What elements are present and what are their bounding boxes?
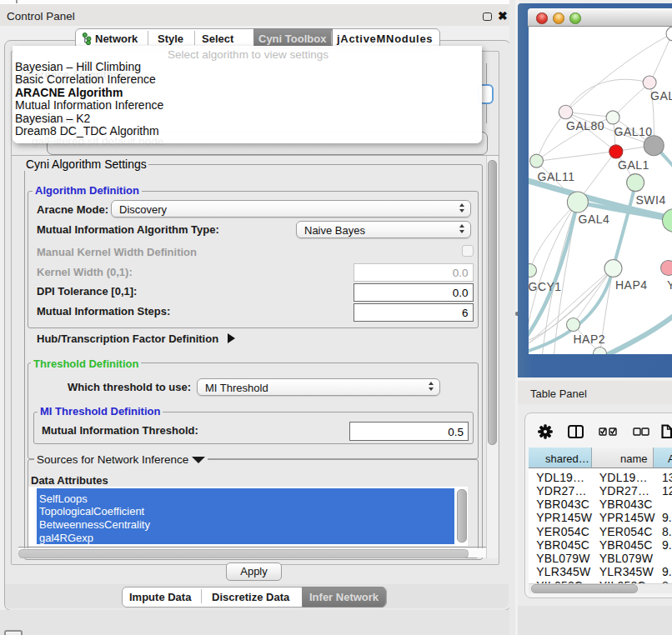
svg-text:Y: Y bbox=[667, 278, 672, 291]
svg-text:GAL80: GAL80 bbox=[566, 118, 604, 132]
svg-text:SWI4: SWI4 bbox=[635, 192, 665, 206]
svg-text:GCY1: GCY1 bbox=[529, 279, 562, 292]
svg-text:HAP2: HAP2 bbox=[573, 332, 605, 345]
svg-text:GAL: GAL bbox=[650, 88, 672, 102]
svg-text:HAP4: HAP4 bbox=[615, 278, 648, 291]
svg-text:GAL4: GAL4 bbox=[578, 212, 609, 225]
svg-text:GAL11: GAL11 bbox=[537, 169, 574, 182]
svg-text:GAL10: GAL10 bbox=[614, 124, 652, 138]
svg-text:GAL1: GAL1 bbox=[618, 158, 649, 171]
